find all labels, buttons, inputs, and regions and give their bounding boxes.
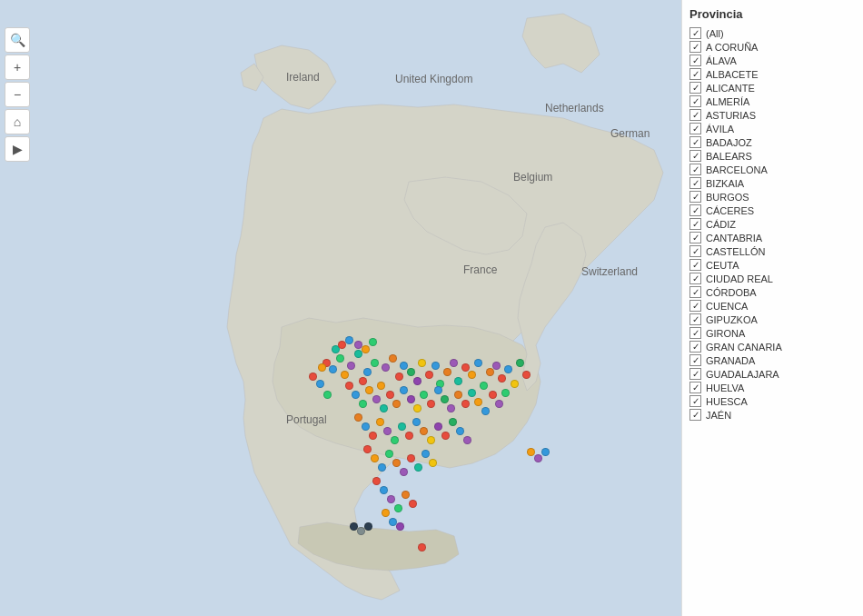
- legend-checkbox[interactable]: ✓: [689, 109, 701, 121]
- legend-item[interactable]: ✓ALMERÍA: [688, 94, 858, 108]
- map-dot: [407, 368, 415, 376]
- legend-checkbox[interactable]: ✓: [689, 55, 701, 66]
- legend-checkbox[interactable]: ✓: [689, 150, 701, 162]
- legend-item[interactable]: ✓CEUTA: [688, 258, 858, 272]
- legend-label: (All): [706, 28, 724, 39]
- legend-checkbox[interactable]: ✓: [689, 273, 701, 284]
- legend-label: GIPUZKOA: [706, 314, 758, 325]
- legend-label: A CORUÑA: [706, 42, 758, 53]
- legend-checkbox[interactable]: ✓: [689, 409, 701, 421]
- legend-item[interactable]: ✓JAÉN: [688, 408, 858, 422]
- legend-checkbox[interactable]: ✓: [689, 68, 701, 80]
- legend-item[interactable]: ✓CIUDAD REAL: [688, 272, 858, 285]
- legend-checkbox[interactable]: ✓: [689, 123, 701, 134]
- legend-checkbox[interactable]: ✓: [689, 232, 701, 243]
- map-dot: [392, 400, 401, 408]
- legend-item[interactable]: ✓BIZKAIA: [688, 176, 858, 190]
- map-dot: [413, 377, 422, 385]
- legend-item[interactable]: ✓HUESCA: [688, 394, 858, 408]
- legend-checkbox[interactable]: ✓: [689, 204, 701, 216]
- map-dot: [371, 454, 379, 462]
- legend-checkbox[interactable]: ✓: [689, 191, 701, 203]
- legend-panel[interactable]: Provincia ✓(All)✓A CORUÑA✓ÁLAVA✓ALBACETE…: [681, 0, 863, 616]
- legend-checkbox[interactable]: ✓: [689, 327, 701, 339]
- legend-checkbox[interactable]: ✓: [689, 177, 701, 189]
- zoom-out-button[interactable]: −: [5, 82, 30, 107]
- legend-checkbox[interactable]: ✓: [689, 368, 701, 380]
- legend-checkbox[interactable]: ✓: [689, 41, 701, 53]
- map-dot: [541, 448, 550, 456]
- legend-checkbox[interactable]: ✓: [689, 82, 701, 94]
- map-dot: [309, 373, 317, 381]
- map-dot: [441, 432, 450, 440]
- map-dot: [383, 427, 392, 435]
- legend-item[interactable]: ✓ÁVILA: [688, 122, 858, 135]
- legend-item[interactable]: ✓HUELVA: [688, 381, 858, 394]
- map-dot: [456, 427, 464, 435]
- legend-label: ALMERÍA: [706, 96, 749, 107]
- home-button[interactable]: ⌂: [5, 109, 30, 134]
- legend-label: CÓRDOBA: [706, 287, 757, 298]
- legend-checkbox[interactable]: ✓: [689, 164, 701, 175]
- legend-item[interactable]: ✓(All): [688, 26, 858, 40]
- map-dot: [418, 543, 426, 551]
- legend-item[interactable]: ✓BALEARS: [688, 149, 858, 163]
- legend-item[interactable]: ✓ALICANTE: [688, 81, 858, 94]
- map-dot: [372, 395, 381, 403]
- legend-checkbox[interactable]: ✓: [689, 341, 701, 353]
- map-container: Ireland United Kingdom Netherlands Germa…: [0, 0, 863, 616]
- legend-checkbox[interactable]: ✓: [689, 313, 701, 325]
- legend-item[interactable]: ✓CÓRDOBA: [688, 285, 858, 299]
- toolbar: 🔍 + − ⌂ ▶: [5, 27, 30, 162]
- map-dot: [454, 377, 462, 385]
- legend-checkbox[interactable]: ✓: [689, 95, 701, 107]
- map-dot: [345, 336, 353, 344]
- map-dot: [394, 504, 402, 512]
- legend-item[interactable]: ✓GIPUZKOA: [688, 313, 858, 326]
- map-dot: [522, 371, 531, 379]
- map-dot: [534, 454, 542, 462]
- legend-item[interactable]: ✓GRANADA: [688, 353, 858, 367]
- legend-checkbox[interactable]: ✓: [689, 382, 701, 393]
- map-dot: [382, 363, 390, 372]
- legend-item[interactable]: ✓CÁDIZ: [688, 217, 858, 231]
- legend-item[interactable]: ✓BURGOS: [688, 190, 858, 204]
- map-dot: [422, 450, 430, 458]
- legend-item[interactable]: ✓GRAN CANARIA: [688, 340, 858, 353]
- legend-checkbox[interactable]: ✓: [689, 395, 701, 407]
- legend-item[interactable]: ✓ÁLAVA: [688, 54, 858, 67]
- map-dot: [425, 371, 433, 379]
- legend-item[interactable]: ✓CÁCERES: [688, 204, 858, 217]
- map-dot: [449, 418, 457, 426]
- legend-item[interactable]: ✓CANTABRIA: [688, 231, 858, 244]
- legend-item[interactable]: ✓A CORUÑA: [688, 40, 858, 54]
- legend-item[interactable]: ✓CASTELLÓN: [688, 244, 858, 258]
- legend-label: BADAJOZ: [706, 137, 752, 148]
- legend-item[interactable]: ✓CUENCA: [688, 299, 858, 313]
- map-dot: [463, 436, 471, 444]
- legend-checkbox[interactable]: ✓: [689, 286, 701, 298]
- legend-checkbox[interactable]: ✓: [689, 259, 701, 271]
- legend-checkbox[interactable]: ✓: [689, 354, 701, 366]
- map-dot: [400, 468, 408, 476]
- play-button[interactable]: ▶: [5, 136, 30, 162]
- map-dot: [362, 422, 370, 431]
- map-dot: [336, 354, 344, 363]
- map-dot: [385, 450, 393, 458]
- zoom-in-button[interactable]: +: [5, 55, 30, 80]
- legend-item[interactable]: ✓GUADALAJARA: [688, 367, 858, 381]
- legend-checkbox[interactable]: ✓: [689, 300, 701, 312]
- legend-checkbox[interactable]: ✓: [689, 218, 701, 230]
- legend-item[interactable]: ✓ASTURIAS: [688, 108, 858, 122]
- legend-checkbox[interactable]: ✓: [689, 136, 701, 148]
- map-dot: [420, 427, 428, 435]
- legend-checkbox[interactable]: ✓: [689, 245, 701, 257]
- legend-item[interactable]: ✓GIRONA: [688, 326, 858, 340]
- legend-items: ✓(All)✓A CORUÑA✓ÁLAVA✓ALBACETE✓ALICANTE✓…: [688, 26, 858, 422]
- legend-checkbox[interactable]: ✓: [689, 27, 701, 39]
- legend-item[interactable]: ✓BARCELONA: [688, 163, 858, 176]
- legend-item[interactable]: ✓BADAJOZ: [688, 135, 858, 149]
- legend-label: ÁVILA: [706, 124, 734, 134]
- search-button[interactable]: 🔍: [5, 27, 30, 53]
- legend-item[interactable]: ✓ALBACETE: [688, 67, 858, 81]
